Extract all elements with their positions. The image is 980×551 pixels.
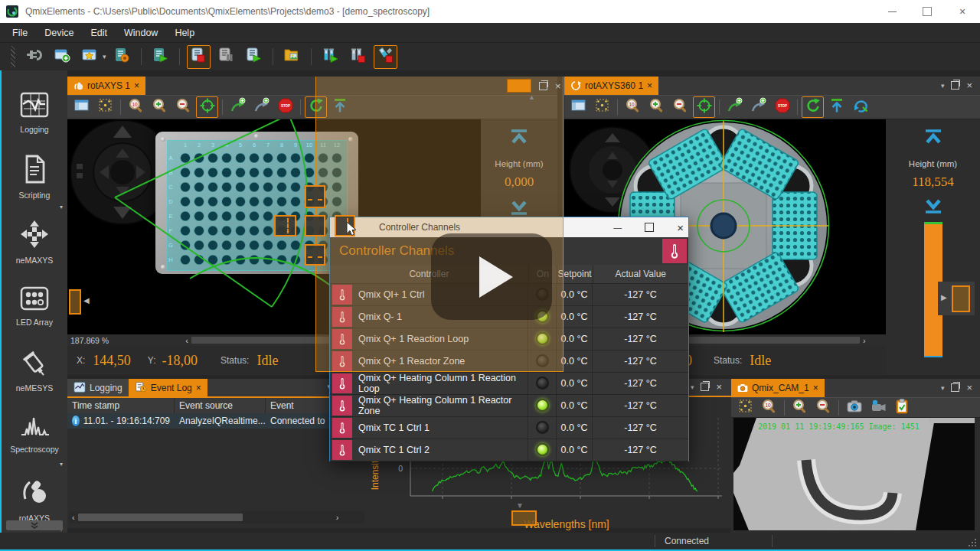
- sidebar-collapse-button[interactable]: [6, 520, 63, 530]
- add-window-button[interactable]: [50, 45, 74, 69]
- move-bottom-button[interactable]: [923, 197, 943, 217]
- select-button[interactable]: [94, 96, 116, 118]
- select-button[interactable]: [734, 398, 756, 418]
- controller-setpoint[interactable]: 0.0 °C: [556, 350, 592, 372]
- dock-guide-left[interactable]: [274, 215, 296, 236]
- panel-minimize-button[interactable]: [507, 79, 531, 93]
- tab-close-icon[interactable]: ×: [134, 81, 139, 90]
- scroll-left-icon[interactable]: ‹: [69, 513, 78, 522]
- controller-on-cell[interactable]: [528, 394, 556, 416]
- resize-grip[interactable]: [967, 537, 976, 546]
- dialog-minimize-icon[interactable]: —: [613, 223, 622, 232]
- menu-item-edit[interactable]: Edit: [83, 24, 115, 41]
- target-button[interactable]: [196, 96, 218, 118]
- sidebar-item-logging[interactable]: Logging: [4, 81, 65, 145]
- rotate-button[interactable]: [849, 96, 871, 118]
- eventlog-scrollbar[interactable]: ‹ ›: [69, 511, 364, 523]
- bottom-flyout-handle[interactable]: [511, 510, 537, 526]
- controller-setpoint[interactable]: 0.0 °C: [556, 328, 592, 350]
- dialog-column-actual-value[interactable]: Actual Value: [593, 265, 688, 283]
- right-flyout-handle[interactable]: [952, 285, 970, 312]
- minimize-button[interactable]: [874, 0, 910, 23]
- sidebar-item-scripting[interactable]: Scripting: [4, 145, 65, 210]
- moveadd1-button[interactable]: [724, 96, 746, 118]
- sidebar-item-nemesys[interactable]: neMESYS: [4, 338, 65, 403]
- flyout-arrow-up-icon[interactable]: ▲: [528, 93, 535, 101]
- select-button[interactable]: [591, 96, 613, 118]
- dosing-stop-button[interactable]: [346, 45, 370, 69]
- close-button[interactable]: ×: [945, 0, 980, 23]
- well-plate[interactable]: 123456789101112 ABCDEFGH: [155, 132, 358, 274]
- controller-row[interactable]: Qmix TC 1 Ctrl 20.0 °C-127 °C: [330, 439, 688, 461]
- favorites-button[interactable]: [77, 45, 101, 69]
- tab-logging[interactable]: Logging: [67, 379, 129, 397]
- flyout-arrow-down-icon[interactable]: ▼: [516, 501, 524, 510]
- menu-item-file[interactable]: File: [5, 24, 35, 41]
- zoomout-button[interactable]: [669, 96, 691, 118]
- tab-rotaxys1[interactable]: rotAXYS 1 ×: [67, 77, 145, 95]
- controller-row[interactable]: Qmix Q+ Heating Column 1 Reactor Zone0.0…: [330, 394, 688, 417]
- connect-device-button[interactable]: [22, 45, 46, 69]
- panel-close-icon[interactable]: ×: [555, 81, 561, 91]
- layout-button[interactable]: [567, 96, 590, 118]
- controller-setpoint[interactable]: 0.0 °C: [556, 394, 592, 416]
- move-top-button[interactable]: [509, 129, 529, 148]
- zoom10-button[interactable]: 10: [125, 96, 147, 118]
- tab-close-icon[interactable]: ×: [813, 383, 818, 393]
- column-header-event-source[interactable]: Event source: [175, 398, 266, 413]
- controller-setpoint[interactable]: 0.0 °C: [556, 416, 592, 439]
- moveadd2-button[interactable]: [250, 96, 273, 118]
- zoom10-button[interactable]: 10: [758, 398, 780, 418]
- controller-row[interactable]: Qmix Q+ 1 Reaction Loop0.0 °C-127 °C: [330, 328, 688, 350]
- sidebar-item-spectroscopy[interactable]: Spectroscopy: [4, 403, 65, 467]
- camera-button[interactable]: [843, 398, 865, 418]
- controller-setpoint[interactable]: 0.0 °C: [556, 439, 592, 461]
- controller-setpoint[interactable]: 0.0 °C: [556, 283, 592, 305]
- moveadd1-button[interactable]: [227, 96, 249, 118]
- stop-button[interactable]: STOP: [771, 96, 793, 118]
- dosing-start-button[interactable]: [318, 45, 342, 69]
- tab-close-icon[interactable]: ×: [647, 81, 652, 90]
- dialog-close-icon[interactable]: ×: [677, 221, 684, 234]
- panel-float-icon[interactable]: [951, 81, 959, 90]
- zoom10-button[interactable]: 10: [622, 96, 644, 118]
- scroll-left-icon[interactable]: ‹: [182, 336, 191, 345]
- controller-row[interactable]: Qmix QI+ 1 Ctrl0.0 °C-127 °C: [330, 283, 688, 306]
- scroll-right-icon[interactable]: ›: [333, 513, 342, 522]
- flyout-arrow-right-icon[interactable]: ▶: [941, 293, 947, 302]
- script-configure-button[interactable]: [110, 45, 134, 69]
- dock-guide-center[interactable]: [305, 215, 325, 236]
- script-start-button[interactable]: [149, 45, 172, 69]
- moveadd2-button[interactable]: [747, 96, 769, 118]
- eventlog-row[interactable]: i11.01. - 19:16:14:709AnalyzeIQRealtime.…: [67, 413, 366, 429]
- left-flyout-handle[interactable]: [69, 289, 81, 315]
- panel-float-icon[interactable]: [539, 82, 547, 90]
- controller-on-cell[interactable]: [528, 305, 556, 328]
- zoomout-button[interactable]: [812, 398, 835, 418]
- dosing-config-button[interactable]: [374, 45, 397, 69]
- panel-close-icon[interactable]: ×: [716, 382, 722, 392]
- sidebar-item-nemaxys[interactable]: neMAXYS: [4, 210, 65, 275]
- panel-close-icon[interactable]: ×: [966, 80, 972, 90]
- controller-row[interactable]: Qmix Q- 10.0 °C-127 °C: [330, 305, 688, 328]
- refresh-button[interactable]: [802, 96, 824, 118]
- favorites-button-dropdown-icon[interactable]: ▾: [103, 53, 106, 60]
- controller-setpoint[interactable]: 0.0 °C: [556, 372, 592, 394]
- gotop-button[interactable]: [825, 96, 848, 118]
- panel-menu-icon[interactable]: ▾: [941, 82, 945, 90]
- move-top-button[interactable]: [923, 129, 943, 148]
- tab-rotaxys360[interactable]: rotAXYS360 1 ×: [564, 77, 658, 95]
- script-stop-button[interactable]: [187, 45, 211, 69]
- controller-on-cell[interactable]: [528, 372, 556, 394]
- stop-button[interactable]: STOP: [274, 96, 296, 118]
- tab-close-icon[interactable]: ×: [196, 383, 201, 393]
- tab-event-log[interactable]: Event Log×: [129, 379, 207, 397]
- controller-row[interactable]: Qmix Q+ Heating Column 1 Reaction Loop0.…: [330, 372, 688, 395]
- refresh-button[interactable]: [305, 96, 327, 118]
- controller-on-cell[interactable]: [528, 328, 556, 350]
- dialog-column-controller[interactable]: Controller: [330, 265, 528, 283]
- layout-button[interactable]: [70, 96, 93, 118]
- media-browser-button[interactable]: [280, 45, 304, 69]
- panel-float-icon[interactable]: [951, 383, 959, 392]
- sidebar-item-dropdown-icon[interactable]: ▾: [60, 461, 63, 468]
